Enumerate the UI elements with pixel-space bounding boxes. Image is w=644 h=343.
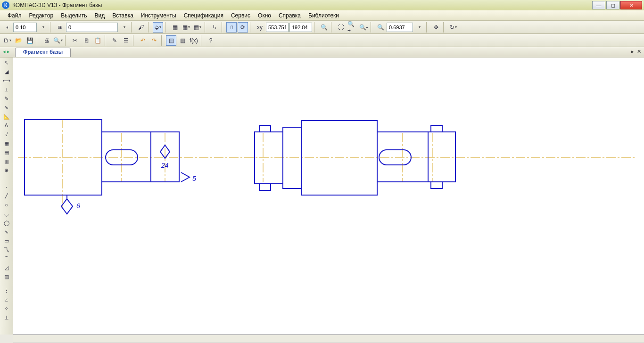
zoom-in-icon[interactable]: 🔍+ xyxy=(347,22,357,33)
variables-icon[interactable]: f(x) xyxy=(189,35,199,46)
point-tool[interactable]: · xyxy=(1,183,12,191)
spec-tool[interactable]: ▤ xyxy=(1,148,12,156)
aux3-tool[interactable]: ✧ xyxy=(1,304,12,313)
tab-nav-left[interactable]: ◂ ▸ xyxy=(3,49,10,55)
menu-select[interactable]: Выделить xyxy=(57,11,91,20)
app-icon: К xyxy=(2,1,9,9)
open-icon[interactable]: 📂 xyxy=(13,35,24,46)
polyline-tool[interactable]: ⺄ xyxy=(1,245,12,254)
layers-icon[interactable]: ≋ xyxy=(55,22,65,33)
zoom-out-icon[interactable]: 🔍- xyxy=(358,22,369,33)
refresh-icon[interactable]: ↻ xyxy=(448,22,458,33)
aux2-tool[interactable]: ⟀ xyxy=(1,295,12,304)
dim-tool[interactable]: ⟷ xyxy=(1,76,12,85)
tabs-close-icon[interactable]: ✕ xyxy=(637,49,641,55)
document-tabstrip: ◂ ▸ Фрагмент базы ▸ ✕ xyxy=(0,47,644,57)
snap-magnet-icon[interactable]: ⬙ xyxy=(153,22,163,33)
tab-fragment[interactable]: Фрагмент базы xyxy=(15,48,71,57)
toolbar-2: 🗋 📂 💾 🖨 🔍 ✂ ⎘ 📋 ✎ ☰ ↶ ↷ ▤ ▦ f(x) ? xyxy=(0,34,644,47)
zoom-scale-icon[interactable]: 🔍 xyxy=(375,22,386,33)
insert-tool[interactable]: ⊕ xyxy=(1,166,12,174)
svg-rect-14 xyxy=(283,127,302,188)
undo-icon[interactable]: ↶ xyxy=(138,35,148,46)
style-copy-icon[interactable]: ✎ xyxy=(109,35,120,46)
table-tool[interactable]: ▦ xyxy=(1,139,12,147)
coord-x-input[interactable] xyxy=(266,23,289,32)
params-tool[interactable]: ∿ xyxy=(1,103,12,112)
redo-icon[interactable]: ↷ xyxy=(149,35,159,46)
menu-view[interactable]: Вид xyxy=(91,11,109,20)
circle-tool[interactable]: ○ xyxy=(1,201,12,209)
brush-icon[interactable]: 🖌 xyxy=(136,22,146,33)
select-tool[interactable]: ↖ xyxy=(1,58,12,67)
step-dropdown[interactable] xyxy=(38,22,48,33)
spline-tool[interactable]: ∿ xyxy=(1,228,12,236)
zoom-input[interactable] xyxy=(387,23,413,32)
edit-tool[interactable]: ✎ xyxy=(1,94,12,103)
tool-a[interactable]: ▦ xyxy=(170,22,180,33)
coord-icon[interactable]: xy xyxy=(255,22,265,33)
step-input[interactable] xyxy=(13,23,37,32)
new-icon[interactable]: 🗋 xyxy=(2,35,12,46)
zoom-fit-icon[interactable]: ⛶ xyxy=(336,22,346,33)
ellipse-tool[interactable]: ◯ xyxy=(1,219,12,227)
tab-menu-icon[interactable]: ▸ xyxy=(631,49,634,55)
snap-step-icon[interactable]: ⫞ xyxy=(2,22,12,33)
aux-tool[interactable]: ⋮ xyxy=(1,286,12,295)
ortho-icon[interactable]: ⎍ xyxy=(226,22,237,33)
round-icon[interactable]: ⟳ xyxy=(238,22,248,33)
drawing-canvas[interactable]: 24 5 6 xyxy=(13,57,644,335)
menu-file[interactable]: Файл xyxy=(4,11,25,20)
svg-rect-18 xyxy=(431,125,442,132)
tool-b[interactable]: ▦ xyxy=(181,22,191,33)
menu-service[interactable]: Сервис xyxy=(227,11,254,20)
menu-insert[interactable]: Вставка xyxy=(108,11,137,20)
zoom-window-icon[interactable]: 🔍 xyxy=(319,22,329,33)
chamfer-tool[interactable]: ◿ xyxy=(1,263,12,272)
library-2-icon[interactable]: ▦ xyxy=(177,35,188,46)
menu-editor[interactable]: Редактор xyxy=(25,11,58,20)
menu-help[interactable]: Справка xyxy=(275,11,305,20)
print-icon[interactable]: 🖨 xyxy=(41,35,52,46)
maximize-button[interactable]: ◻ xyxy=(606,1,619,9)
hatch-tool[interactable]: ▨ xyxy=(1,272,12,281)
rect-tool[interactable]: ▭ xyxy=(1,237,12,245)
rough-tool[interactable]: √ xyxy=(1,130,12,139)
report-tool[interactable]: ▥ xyxy=(1,157,12,165)
minimize-button[interactable]: — xyxy=(592,1,605,9)
construct-tool[interactable]: ⟂ xyxy=(1,85,12,94)
copy-icon[interactable]: ⎘ xyxy=(81,35,91,46)
arc-tool[interactable]: ◡ xyxy=(1,210,12,218)
save-icon[interactable]: 💾 xyxy=(25,35,35,46)
svg-rect-8 xyxy=(102,132,151,182)
zoom-dropdown[interactable] xyxy=(414,22,424,33)
aux4-tool[interactable]: ⊥ xyxy=(1,313,12,322)
coord-y-input[interactable] xyxy=(289,23,312,32)
menu-libraries[interactable]: Библиотеки xyxy=(305,11,343,20)
layer-input[interactable] xyxy=(66,23,118,32)
svg-rect-11 xyxy=(255,132,283,184)
line-tool[interactable]: ╱ xyxy=(1,192,12,200)
svg-rect-15 xyxy=(302,121,377,195)
library-manager-icon[interactable]: ▤ xyxy=(166,35,176,46)
text-tool[interactable]: A xyxy=(1,121,12,130)
help-icon[interactable]: ? xyxy=(206,35,216,46)
menu-tools[interactable]: Инструменты xyxy=(137,11,180,20)
menu-spec[interactable]: Спецификация xyxy=(180,11,227,20)
fillet-tool[interactable]: ⌒ xyxy=(1,254,12,263)
pan-icon[interactable]: ✥ xyxy=(431,22,441,33)
label-6: 6 xyxy=(76,202,80,210)
paste-icon[interactable]: 📋 xyxy=(92,35,103,46)
menu-window[interactable]: Окно xyxy=(254,11,275,20)
measure-tool[interactable]: 📐 xyxy=(1,112,12,121)
label-24: 24 xyxy=(161,162,169,169)
horizontal-scrollbar[interactable] xyxy=(13,335,644,343)
cut-icon[interactable]: ✂ xyxy=(70,35,80,46)
grid-icon[interactable]: ▦ xyxy=(192,22,203,33)
properties-icon[interactable]: ☰ xyxy=(121,35,131,46)
axis-icon[interactable]: ↳ xyxy=(209,22,220,33)
preview-icon[interactable]: 🔍 xyxy=(53,35,63,46)
geom-tool[interactable]: ◢ xyxy=(1,67,12,76)
layer-dropdown[interactable] xyxy=(119,22,129,33)
close-button[interactable]: ✕ xyxy=(620,1,642,9)
